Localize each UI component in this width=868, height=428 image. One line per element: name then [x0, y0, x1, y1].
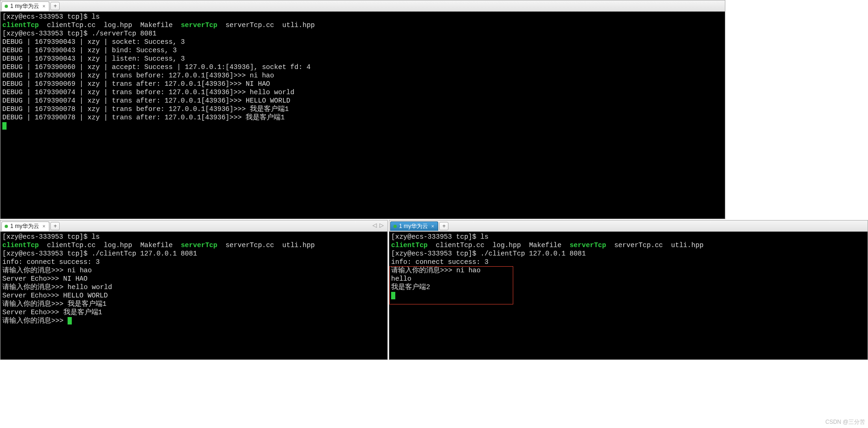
file: utli.hpp [282, 242, 315, 249]
file: Makefile [140, 21, 173, 29]
log-line: DEBUG | 1679390078 | xzy | trans before:… [2, 105, 289, 113]
cursor-icon [68, 317, 72, 324]
log-line: DEBUG | 1679390078 | xzy | trans after: … [2, 114, 285, 121]
file-exec: serverTcp [570, 242, 606, 249]
cmd: ls [91, 233, 99, 241]
tab-title: 1 my华为云 [399, 222, 428, 230]
watermark: CSDN @三分苦 [825, 418, 865, 426]
log-line: DEBUG | 1679390043 | xzy | listen: Succe… [2, 55, 185, 62]
arrow-right-icon[interactable]: ▷ [379, 222, 384, 228]
new-tab-button[interactable]: + [50, 2, 60, 10]
new-tab-button[interactable]: + [50, 222, 60, 230]
new-tab-button[interactable]: + [439, 222, 448, 230]
file: Makefile [140, 242, 173, 249]
log-line: Server Echo>>> HELLO WORLD [2, 292, 108, 299]
file: clientTcp.cc [47, 21, 96, 29]
cmd: ./clientTcp 127.0.0.1 8081 [91, 250, 197, 257]
file-exec: clientTcp [2, 242, 39, 249]
tab-bar: 1 my华为云 × + ◁ ▷ [0, 221, 387, 232]
terminal-body[interactable]: [xzy@ecs-333953 tcp]$ ls clientTcp clien… [0, 232, 387, 359]
status-dot-icon [393, 225, 397, 228]
file: clientTcp.cc [436, 242, 484, 249]
prompt: [xzy@ecs-333953 tcp]$ [391, 250, 480, 257]
tab-bar: 1 my华为云 × + [389, 221, 868, 232]
close-icon[interactable]: × [41, 223, 46, 229]
file-exec: clientTcp [391, 242, 427, 249]
log-line: 请输入你的消息>>> hello world [2, 283, 112, 291]
cursor-icon [2, 122, 7, 130]
file: clientTcp.cc [47, 242, 96, 249]
file: utli.hpp [282, 21, 315, 29]
log-line: DEBUG | 1679390043 | xzy | bind: Success… [2, 47, 177, 54]
tab-client1[interactable]: 1 my华为云 × [1, 221, 49, 231]
pane-nav-arrows: ◁ ▷ [372, 222, 384, 228]
log-line: 请输入你的消息>>> 我是客户端1 [2, 300, 107, 308]
tab-title: 1 my华为云 [10, 2, 39, 10]
file: log.hpp [104, 21, 132, 29]
tab-title: 1 my华为云 [10, 222, 39, 230]
prompt: [xzy@ecs-333953 tcp]$ [2, 30, 91, 37]
terminal-pane-client1: 1 my华为云 × + ◁ ▷ [xzy@ecs-333953 tcp]$ ls… [0, 220, 388, 360]
log-line: 我是客户端2 [391, 283, 430, 291]
terminal-pane-server: 1 my华为云 × + [xzy@ecs-333953 tcp]$ ls cli… [0, 0, 725, 219]
file: log.hpp [104, 242, 132, 249]
file-exec: clientTcp [2, 21, 39, 29]
file: serverTcp.cc [226, 21, 274, 29]
file-exec: serverTcp [181, 21, 217, 29]
cmd: ls [480, 233, 488, 241]
file: log.hpp [493, 242, 521, 249]
file: Makefile [529, 242, 562, 249]
log-line: info: connect success: 3 [2, 258, 100, 266]
file: serverTcp.cc [226, 242, 274, 249]
log-line: Server Echo>>> 我是客户端1 [2, 309, 102, 316]
terminal-body[interactable]: [xzy@ecs-333953 tcp]$ ls clientTcp clien… [0, 12, 725, 219]
log-line: DEBUG | 1679390060 | xzy | accept: Succe… [2, 63, 310, 71]
cmd: ./serverTcp 8081 [91, 30, 156, 37]
cmd: ls [91, 13, 99, 21]
log-line: info: connect success: 3 [391, 258, 489, 266]
close-icon[interactable]: × [430, 223, 435, 229]
log-line: DEBUG | 1679390074 | xzy | trans before:… [2, 89, 295, 96]
terminal-pane-client2: 1 my华为云 × + [xzy@ecs-333953 tcp]$ ls cli… [389, 220, 868, 360]
tab-server[interactable]: 1 my华为云 × [1, 1, 49, 11]
log-line: hello [391, 275, 412, 283]
log-line: DEBUG | 1679390069 | xzy | trans after: … [2, 80, 270, 88]
status-dot-icon [5, 225, 8, 228]
file: serverTcp.cc [614, 242, 663, 249]
file-exec: serverTcp [181, 242, 217, 249]
log-line: DEBUG | 1679390069 | xzy | trans before:… [2, 72, 274, 79]
log-line: DEBUG | 1679390043 | xzy | socket: Succe… [2, 38, 185, 46]
prompt: [xzy@ecs-333953 tcp]$ [2, 233, 91, 241]
cmd: ./clientTcp 127.0.0.1 8081 [480, 250, 586, 257]
tab-bar: 1 my华为云 × + [0, 0, 725, 12]
prompt: [xzy@ecs-333953 tcp]$ [2, 250, 91, 257]
cursor-icon [391, 292, 395, 299]
status-dot-icon [5, 5, 8, 8]
log-line: 请输入你的消息>>> ni hao [2, 267, 92, 274]
arrow-left-icon[interactable]: ◁ [372, 222, 377, 228]
terminal-body[interactable]: [xzy@ecs-333953 tcp]$ ls clientTcp clien… [389, 232, 868, 359]
prompt: [xzy@ecs-333953 tcp]$ [2, 13, 91, 21]
tab-client2[interactable]: 1 my华为云 × [390, 221, 438, 231]
log-line: Server Echo>>> NI HAO [2, 275, 88, 283]
prompt: [xzy@ecs-333953 tcp]$ [391, 233, 480, 241]
file: utli.hpp [671, 242, 703, 249]
close-icon[interactable]: × [41, 3, 46, 9]
log-line: 请输入你的消息>>> ni hao [391, 267, 481, 274]
log-line: 请输入你的消息>>> [2, 317, 68, 324]
log-line: DEBUG | 1679390074 | xzy | trans after: … [2, 97, 290, 104]
